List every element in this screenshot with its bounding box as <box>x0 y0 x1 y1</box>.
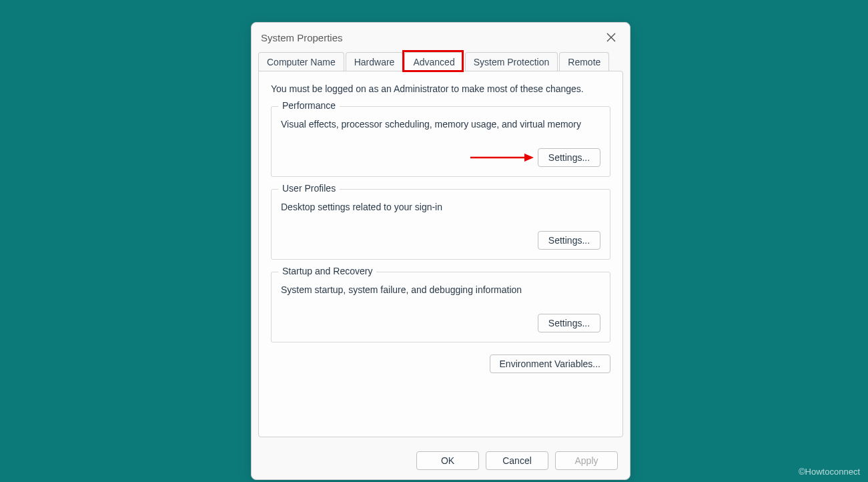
performance-settings-button[interactable]: Settings... <box>538 148 600 167</box>
group-desc-startup-recovery: System startup, system failure, and debu… <box>281 284 600 295</box>
ok-button[interactable]: OK <box>416 451 479 470</box>
group-desc-performance: Visual effects, processor scheduling, me… <box>281 119 600 130</box>
tab-bar: Computer Name Hardware Advanced System P… <box>252 52 630 71</box>
startup-recovery-settings-button[interactable]: Settings... <box>538 314 600 332</box>
group-startup-recovery: Startup and Recovery System startup, sys… <box>271 272 610 342</box>
dialog-button-row: OK Cancel Apply <box>252 445 630 479</box>
group-title-startup-recovery: Startup and Recovery <box>278 266 376 276</box>
environment-variables-button[interactable]: Environment Variables... <box>490 354 610 373</box>
tab-computer-name[interactable]: Computer Name <box>258 52 344 71</box>
tab-hardware[interactable]: Hardware <box>346 52 404 71</box>
close-icon <box>606 33 616 42</box>
user-profiles-settings-button[interactable]: Settings... <box>538 231 600 250</box>
cancel-button[interactable]: Cancel <box>486 451 548 470</box>
tab-advanced[interactable]: Advanced <box>404 52 463 71</box>
watermark: ©Howtoconnect <box>799 467 860 477</box>
apply-button[interactable]: Apply <box>555 451 618 470</box>
tab-remote[interactable]: Remote <box>559 52 609 71</box>
group-user-profiles: User Profiles Desktop settings related t… <box>271 189 610 260</box>
admin-notice: You must be logged on as an Administrato… <box>271 83 610 94</box>
group-title-performance: Performance <box>278 100 340 111</box>
window-title: System Properties <box>261 32 602 43</box>
system-properties-dialog: System Properties Computer Name Hardware… <box>251 22 630 480</box>
tab-content-advanced: You must be logged on as an Administrato… <box>258 71 623 437</box>
tab-system-protection[interactable]: System Protection <box>465 52 558 71</box>
close-button[interactable] <box>602 28 620 47</box>
group-performance: Performance Visual effects, processor sc… <box>271 106 610 177</box>
group-desc-user-profiles: Desktop settings related to your sign-in <box>281 202 600 212</box>
titlebar: System Properties <box>252 23 630 52</box>
group-title-user-profiles: User Profiles <box>278 183 340 194</box>
